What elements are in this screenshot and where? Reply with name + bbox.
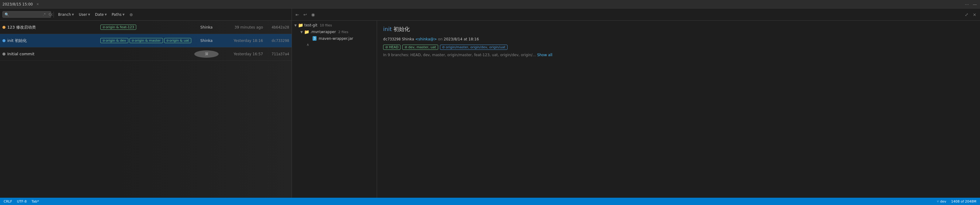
undo-icon[interactable]: ↩ — [302, 11, 308, 18]
tree-file-label: maven-wrapper.jar — [319, 37, 353, 41]
commit-message: init 初始化 — [7, 38, 99, 43]
toolbar: 🔍 .* Cc Branch ▼ User ▼ Date ▼ Paths ▼ — [0, 8, 291, 21]
search-icon: 🔍 — [5, 13, 9, 17]
branch-tag-head: ⊘ HEAD — [383, 44, 401, 50]
commit-detail-hash: dc733298 — [383, 37, 401, 41]
commit-meta: dc733298 Shinka <shinka@> on 2023/8/14 a… — [383, 37, 974, 42]
tree-expand-icon: ▼ — [294, 24, 297, 27]
commit-title: init 初始化 — [383, 25, 974, 33]
branch-icon: ⑂ — [937, 200, 939, 203]
user-dropdown[interactable]: User ▼ — [77, 11, 92, 17]
position-label: 1408 of 2048M — [951, 200, 976, 203]
back-icon[interactable]: ⇤ — [294, 11, 301, 18]
commit-hash: dc733298 — [265, 38, 289, 43]
branch-tag-local-label: dev, master, uat — [408, 45, 436, 49]
tree-root-item[interactable]: ▼ 📁 test-git 10 files — [292, 22, 377, 29]
status-crlf[interactable]: CRLF — [4, 200, 12, 203]
tree-root-label: test-git — [304, 23, 317, 27]
show-all-btn[interactable]: Show all — [537, 53, 552, 57]
tree-folder-label: .mvn\wrapper — [310, 30, 336, 34]
commit-author-avatar: 深 — [194, 51, 219, 58]
branch-text-content: In 9 branches: HEAD, dev, master, origin… — [383, 53, 536, 57]
regex-btn[interactable]: .* — [42, 12, 46, 17]
status-tab[interactable]: Tab* — [32, 200, 39, 203]
branch-tag-local: ⊘ dev, master, uat — [402, 44, 438, 50]
commit-tags: ⊘ origin & dev ⊘ origin & master ⊘ origi… — [100, 38, 192, 43]
commit-info: init 初始化 dc733298 Shinka <shinka@> on 20… — [377, 21, 980, 198]
close-icon[interactable]: × — [972, 11, 978, 18]
tree-expand-icon: ▼ — [301, 30, 303, 34]
status-right: ⑂ dev 1408 of 2048M — [937, 200, 976, 203]
title-bar-actions: ⋯ — — [964, 1, 978, 7]
case-btn[interactable]: Cc — [48, 12, 54, 17]
status-encoding[interactable]: UTF-8 — [17, 200, 27, 203]
tag-label: origin & feat-123 — [105, 25, 134, 29]
date-dropdown[interactable]: Date ▼ — [93, 11, 109, 17]
commit-row[interactable]: init 初始化 ⊘ origin & dev ⊘ origin & maste… — [0, 34, 291, 48]
commit-branch-text: In 9 branches: HEAD, dev, master, origin… — [383, 52, 974, 58]
commit-time: Yesterday 16:57 — [220, 52, 263, 56]
commit-row[interactable]: 123 修改启动类 ⊘ origin & feat-123 Shinka 39 … — [0, 21, 291, 34]
commit-message: 123 修改启动类 — [7, 25, 99, 30]
title-bar-close-btn[interactable]: × — [35, 2, 40, 7]
commit-detail-email: <shinka@> — [415, 37, 437, 41]
branch-tag-head-label: HEAD — [389, 45, 398, 49]
commit-list: 123 修改启动类 ⊘ origin & feat-123 Shinka 39 … — [0, 21, 291, 198]
branch-label: Branch — [58, 13, 71, 17]
commit-dot — [2, 52, 5, 56]
expand-more-icon: ∧ — [307, 43, 309, 47]
commit-detail-author: Shinka — [402, 37, 414, 41]
resize-icon[interactable]: ⤢ — [964, 11, 970, 18]
tag-label: origin & dev — [105, 38, 126, 43]
tag-icon: ⊘ — [102, 39, 105, 42]
tag-icon: ⊘ — [132, 39, 134, 42]
commit-tag: ⊘ origin & dev — [100, 38, 128, 43]
user-chevron-icon: ▼ — [88, 13, 90, 16]
commit-title-rest: 初始化 — [393, 26, 410, 32]
paths-dropdown[interactable]: Paths ▼ — [110, 11, 126, 17]
commit-tag: ⊘ origin & uat — [164, 38, 191, 43]
commit-detail-date: 2023/8/14 at 18:16 — [444, 37, 479, 41]
title-bar: 2023/8/15 15:00 × ⋯ — — [0, 0, 980, 8]
branch-chevron-icon: ▼ — [72, 13, 74, 16]
branch-tag-icon: ⊘ — [385, 45, 388, 49]
tree-expand-more[interactable]: ∧ — [292, 41, 377, 48]
title-bar-title: 2023/8/15 15:00 — [2, 2, 33, 6]
crlf-label: CRLF — [4, 200, 12, 203]
tab-label: Tab* — [32, 200, 39, 203]
file-tree: ▼ 📁 test-git 10 files ▼ 📁 .mvn\wrapper 2… — [292, 21, 377, 198]
commit-time: Yesterday 18:16 — [220, 38, 263, 43]
eye-icon[interactable]: ◉ — [310, 11, 316, 18]
commit-author: Shinka — [194, 38, 219, 43]
tree-folder-item[interactable]: ▼ 📁 .mvn\wrapper 2 files — [292, 29, 377, 35]
commit-tags: ⊘ origin & feat-123 — [100, 25, 192, 30]
commit-row[interactable]: Initial commit 深 Yesterday 16:57 711a37a… — [0, 48, 291, 61]
commit-title-keyword: init — [383, 26, 391, 32]
status-bar: CRLF UTF-8 Tab* ⑂ dev 1408 of 2048M — [0, 198, 980, 205]
commit-tag: ⊘ origin & master — [129, 38, 163, 43]
tree-root-count: 10 files — [320, 23, 332, 27]
new-tab-btn[interactable]: ⊕ — [128, 11, 135, 18]
branch-name: dev — [940, 200, 946, 203]
commit-branches: ⊘ HEAD ⊘ dev, master, uat ⊘ origin/maste… — [383, 44, 974, 50]
tag-label: origin & uat — [169, 38, 189, 43]
status-branch[interactable]: ⑂ dev — [937, 200, 946, 203]
tag-icon: ⊘ — [166, 39, 169, 42]
tag-icon: ⊘ — [102, 25, 105, 29]
tree-file-item[interactable]: 3 maven-wrapper.jar — [292, 35, 377, 41]
commit-hash: 4b642a28 — [265, 25, 289, 29]
right-panel: ⇤ ↩ ◉ ⤢ × ▼ 📁 test-git 10 files ▼ 📁 — [292, 8, 980, 198]
commit-dot — [2, 26, 5, 29]
commit-author: Shinka — [194, 25, 219, 29]
search-input[interactable] — [10, 13, 41, 17]
title-bar-minimize-btn[interactable]: — — [972, 1, 978, 7]
status-position: 1408 of 2048M — [951, 200, 976, 203]
branch-tag-icon: ⊘ — [404, 45, 407, 49]
branch-dropdown[interactable]: Branch ▼ — [56, 11, 76, 17]
search-box[interactable]: 🔍 .* Cc — [2, 11, 51, 17]
date-chevron-icon: ▼ — [105, 13, 107, 16]
title-bar-more-btn[interactable]: ⋯ — [964, 1, 970, 7]
commit-message: Initial commit — [7, 52, 99, 56]
paths-label: Paths — [111, 13, 122, 17]
main-content: 🔍 .* Cc Branch ▼ User ▼ Date ▼ Paths ▼ — [0, 8, 980, 198]
